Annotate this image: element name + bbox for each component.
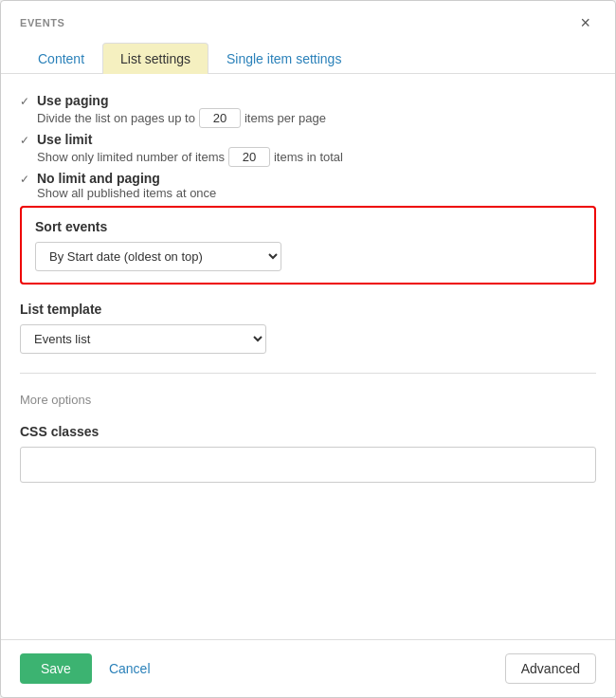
css-classes-label: CSS classes (20, 424, 596, 439)
use-limit-section: ✓ Use limit Show only limited number of … (20, 132, 596, 167)
limit-desc: Show only limited number of items items … (37, 147, 343, 167)
tabs-bar: Content List settings Single item settin… (1, 33, 615, 74)
no-limit-radio-icon[interactable]: ✓ (20, 173, 29, 186)
list-template-section: List template Events list Events grid Ev… (20, 302, 596, 354)
modal-header: EVENTS × (1, 1, 615, 33)
limit-input[interactable] (228, 147, 270, 167)
advanced-button[interactable]: Advanced (505, 653, 596, 684)
tab-single-item-settings[interactable]: Single item settings (208, 43, 359, 74)
paging-label-group: Use paging Divide the list on pages up t… (37, 93, 326, 128)
limit-desc-after: items in total (274, 150, 343, 164)
paging-desc-after: items per page (245, 111, 326, 125)
css-classes-section: CSS classes (20, 424, 596, 483)
no-limit-section: ✓ No limit and paging Show all published… (20, 171, 596, 200)
no-limit-label: No limit and paging (37, 171, 216, 186)
sort-events-label: Sort events (35, 219, 581, 234)
limit-desc-before: Show only limited number of items (37, 150, 225, 164)
list-template-label: List template (20, 302, 596, 317)
no-limit-desc: Show all published items at once (37, 186, 216, 200)
modal-footer: Save Cancel Advanced (1, 639, 615, 697)
save-button[interactable]: Save (20, 653, 92, 684)
close-button[interactable]: × (574, 12, 596, 33)
modal-body: ✓ Use paging Divide the list on pages up… (1, 74, 615, 639)
more-options-label: More options (20, 393, 596, 407)
cancel-button[interactable]: Cancel (105, 653, 154, 684)
section-divider (20, 373, 596, 374)
list-template-select[interactable]: Events list Events grid Events compact (20, 324, 266, 354)
paging-input[interactable] (199, 108, 241, 128)
paging-radio-icon[interactable]: ✓ (20, 95, 29, 108)
limit-label-group: Use limit Show only limited number of it… (37, 132, 343, 167)
limit-radio-icon[interactable]: ✓ (20, 134, 29, 147)
paging-desc-before: Divide the list on pages up to (37, 111, 195, 125)
limit-label: Use limit (37, 132, 343, 147)
paging-desc: Divide the list on pages up to items per… (37, 108, 326, 128)
sort-events-select[interactable]: By Start date (oldest on top) By Start d… (35, 242, 281, 271)
tab-content[interactable]: Content (20, 43, 102, 74)
use-paging-section: ✓ Use paging Divide the list on pages up… (20, 93, 596, 128)
no-limit-label-group: No limit and paging Show all published i… (37, 171, 216, 200)
paging-label: Use paging (37, 93, 326, 108)
modal: EVENTS × Content List settings Single it… (0, 0, 616, 698)
css-classes-input[interactable] (20, 447, 596, 483)
modal-title: EVENTS (20, 17, 64, 28)
sort-events-section: Sort events By Start date (oldest on top… (20, 206, 596, 285)
tab-list-settings[interactable]: List settings (102, 43, 208, 74)
footer-left: Save Cancel (20, 653, 154, 684)
